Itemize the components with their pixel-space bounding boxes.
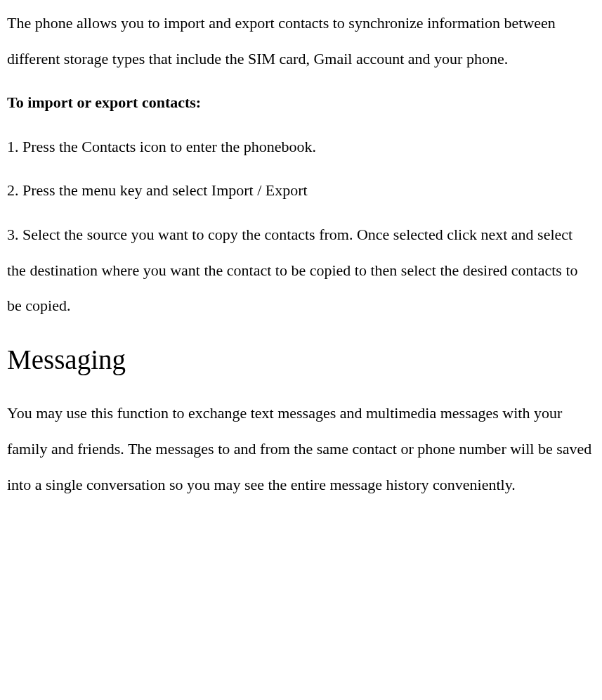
messaging-paragraph: You may use this function to exchange te… xyxy=(7,396,595,503)
subheading-import-export: To import or export contacts: xyxy=(7,85,595,121)
step-2: 2. Press the menu key and select Import … xyxy=(7,173,595,209)
section-heading-messaging: Messaging xyxy=(7,342,595,378)
step-1: 1. Press the Contacts icon to enter the … xyxy=(7,129,595,165)
intro-paragraph: The phone allows you to import and expor… xyxy=(7,6,595,77)
step-3: 3. Select the source you want to copy th… xyxy=(7,217,595,324)
